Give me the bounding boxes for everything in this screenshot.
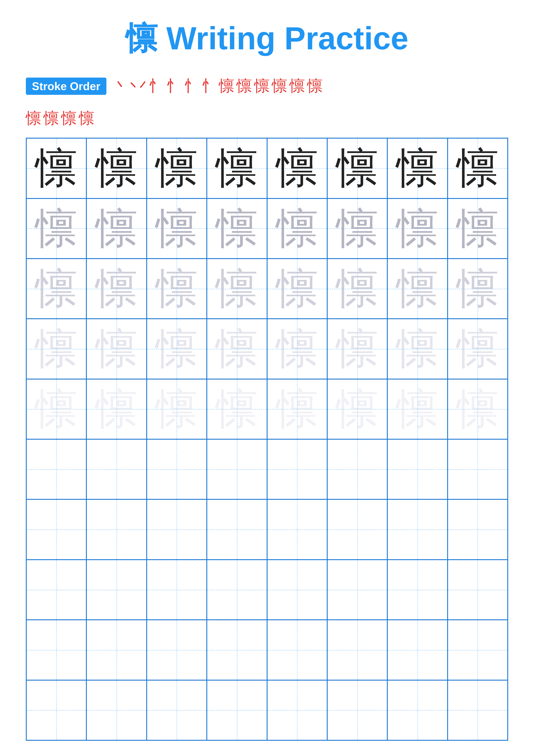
stroke-char-7: 懔 [219,78,234,94]
grid-cell-4-2[interactable]: 懔 [87,319,146,379]
grid-cell-4-1[interactable]: 懔 [26,319,87,379]
grid-cell-7-1[interactable] [26,499,87,559]
grid-cell-5-2[interactable]: 懔 [87,379,146,439]
grid-cell-8-5[interactable] [267,560,327,620]
grid-cell-5-1[interactable]: 懔 [26,379,87,439]
grid-row-1: 懔 懔 懔 懔 懔 懔 懔 懔 [26,138,508,198]
practice-char: 懔 [90,262,143,315]
grid-cell-5-4[interactable]: 懔 [207,379,267,439]
grid-cell-7-6[interactable] [327,499,387,559]
grid-cell-9-7[interactable] [387,620,447,680]
grid-cell-7-4[interactable] [207,499,267,559]
grid-cell-7-8[interactable] [447,499,508,559]
grid-cell-9-2[interactable] [87,620,146,680]
grid-cell-5-6[interactable]: 懔 [327,379,387,439]
grid-cell-2-1[interactable]: 懔 [26,199,87,258]
grid-cell-5-3[interactable]: 懔 [147,379,207,439]
grid-cell-10-4[interactable] [207,680,267,740]
grid-cell-8-2[interactable] [87,560,146,620]
grid-cell-8-6[interactable] [327,560,387,620]
grid-cell-4-5[interactable]: 懔 [267,319,327,379]
grid-cell-6-5[interactable] [267,439,327,499]
grid-cell-8-3[interactable] [147,560,207,620]
grid-cell-1-1[interactable]: 懔 [26,138,87,198]
grid-row-9 [26,620,508,680]
stroke-char-16: 懔 [79,110,94,127]
grid-cell-3-6[interactable]: 懔 [327,258,387,319]
grid-cell-6-3[interactable] [147,439,207,499]
grid-cell-6-8[interactable] [447,439,508,499]
practice-char: 懔 [90,142,143,195]
grid-cell-9-5[interactable] [267,620,327,680]
grid-cell-2-8[interactable]: 懔 [447,199,508,258]
grid-cell-9-8[interactable] [447,620,508,680]
practice-char: 懔 [391,262,444,315]
grid-cell-8-1[interactable] [26,560,87,620]
grid-cell-6-6[interactable] [327,439,387,499]
grid-cell-10-8[interactable] [447,680,508,740]
grid-cell-3-7[interactable]: 懔 [387,258,447,319]
practice-char: 懔 [331,262,384,315]
grid-cell-1-4[interactable]: 懔 [207,138,267,198]
grid-cell-10-2[interactable] [87,680,146,740]
grid-cell-9-3[interactable] [147,620,207,680]
grid-cell-5-5[interactable]: 懔 [267,379,327,439]
grid-cell-6-4[interactable] [207,439,267,499]
grid-cell-6-2[interactable] [87,439,146,499]
practice-char: 懔 [150,262,204,315]
grid-cell-5-8[interactable]: 懔 [447,379,508,439]
grid-cell-8-8[interactable] [447,560,508,620]
stroke-order-section: Stroke Order 丶 丷 忄 忄 忄 忄 懔 懔 懔 懔 懔 懔 [26,78,508,95]
grid-cell-1-3[interactable]: 懔 [147,138,207,198]
grid-cell-6-7[interactable] [387,439,447,499]
grid-cell-4-7[interactable]: 懔 [387,319,447,379]
grid-cell-7-3[interactable] [147,499,207,559]
grid-cell-1-7[interactable]: 懔 [387,138,447,198]
grid-cell-9-6[interactable] [327,620,387,680]
grid-cell-2-3[interactable]: 懔 [147,199,207,258]
grid-cell-10-6[interactable] [327,680,387,740]
grid-cell-10-3[interactable] [147,680,207,740]
practice-char: 懔 [451,382,504,436]
grid-cell-6-1[interactable] [26,439,87,499]
grid-cell-2-6[interactable]: 懔 [327,199,387,258]
grid-cell-4-4[interactable]: 懔 [207,319,267,379]
grid-cell-8-7[interactable] [387,560,447,620]
grid-cell-7-7[interactable] [387,499,447,559]
practice-char: 懔 [210,322,264,376]
grid-cell-8-4[interactable] [207,560,267,620]
practice-char: 懔 [391,202,444,255]
grid-cell-4-6[interactable]: 懔 [327,319,387,379]
grid-cell-3-8[interactable]: 懔 [447,258,508,319]
grid-cell-7-5[interactable] [267,499,327,559]
grid-cell-3-2[interactable]: 懔 [87,258,146,319]
grid-row-8 [26,560,508,620]
stroke-char-5: 忄 [184,78,199,94]
grid-cell-10-5[interactable] [267,680,327,740]
grid-cell-9-1[interactable] [26,620,87,680]
title-char: 懔 [126,20,158,56]
grid-cell-2-5[interactable]: 懔 [267,199,327,258]
grid-cell-5-7[interactable]: 懔 [387,379,447,439]
grid-cell-1-2[interactable]: 懔 [87,138,146,198]
grid-cell-2-2[interactable]: 懔 [87,199,146,258]
practice-char: 懔 [331,322,384,376]
grid-cell-4-3[interactable]: 懔 [147,319,207,379]
grid-cell-2-7[interactable]: 懔 [387,199,447,258]
page-title: 懔 Writing Practice [126,17,408,60]
grid-cell-1-6[interactable]: 懔 [327,138,387,198]
grid-cell-2-4[interactable]: 懔 [207,199,267,258]
grid-cell-3-4[interactable]: 懔 [207,258,267,319]
grid-cell-10-7[interactable] [387,680,447,740]
grid-cell-1-5[interactable]: 懔 [267,138,327,198]
grid-cell-3-5[interactable]: 懔 [267,258,327,319]
grid-cell-3-3[interactable]: 懔 [147,258,207,319]
grid-cell-1-8[interactable]: 懔 [447,138,508,198]
grid-cell-9-4[interactable] [207,620,267,680]
grid-cell-7-2[interactable] [87,499,146,559]
practice-char: 懔 [270,262,324,315]
grid-cell-10-1[interactable] [26,680,87,740]
grid-cell-4-8[interactable]: 懔 [447,319,508,379]
practice-char: 懔 [210,142,264,195]
grid-cell-3-1[interactable]: 懔 [26,258,87,319]
